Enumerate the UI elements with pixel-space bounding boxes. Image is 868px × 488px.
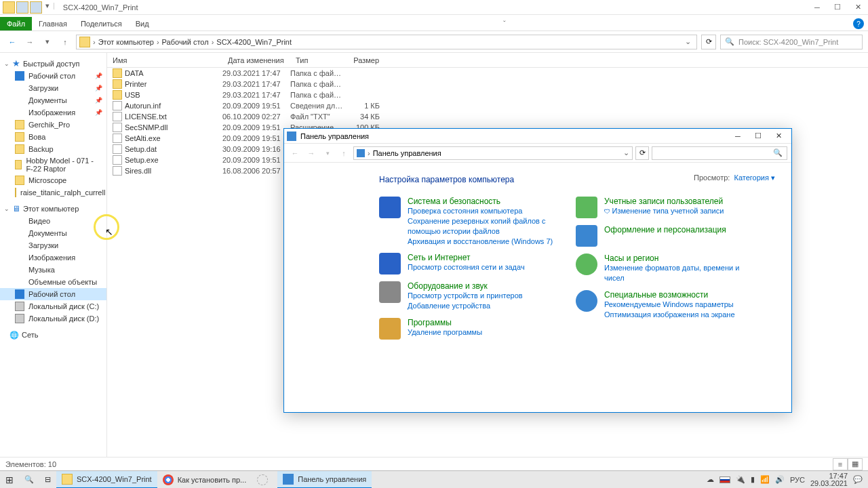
- cp-close-button[interactable]: ✕: [768, 129, 789, 144]
- col-date[interactable]: Дата изменения: [222, 56, 290, 64]
- forward-button[interactable]: →: [23, 35, 37, 49]
- quick-access-header[interactable]: ⌄★ Быстрый доступ: [0, 57, 106, 70]
- cp-address-bar[interactable]: › Панель управления ⌄: [353, 146, 633, 160]
- cp-category-title[interactable]: Часы и регион: [604, 253, 752, 263]
- help-icon[interactable]: ?: [853, 18, 864, 29]
- nav-item[interactable]: Документы: [0, 227, 106, 239]
- cp-search-input[interactable]: 🔍: [652, 146, 787, 160]
- ribbon-tab-view[interactable]: Вид: [129, 17, 156, 30]
- cp-minimize-button[interactable]: ─: [728, 129, 748, 144]
- refresh-button[interactable]: ⟳: [701, 35, 716, 49]
- nav-item[interactable]: Локальный диск (D:): [0, 312, 106, 325]
- cp-up-button[interactable]: ↑: [337, 146, 351, 160]
- tray-battery-icon[interactable]: ▮: [751, 475, 755, 484]
- network-header[interactable]: 🌐 Сеть: [0, 329, 106, 341]
- up-button[interactable]: ↑: [58, 35, 72, 49]
- breadcrumb[interactable]: Этот компьютер: [98, 38, 162, 46]
- cp-category-title[interactable]: Система и безопасность: [408, 197, 555, 206]
- ribbon-tab-home[interactable]: Главная: [32, 17, 74, 30]
- cp-crumb[interactable]: Панель управления: [373, 149, 441, 157]
- ribbon-expand-icon[interactable]: ˇ: [499, 17, 510, 30]
- cp-forward-button[interactable]: →: [304, 146, 318, 160]
- nav-item[interactable]: Рабочий стол: [0, 288, 106, 300]
- tray-usb-icon[interactable]: 🔌: [736, 475, 745, 484]
- nav-item[interactable]: Изображения: [0, 251, 106, 264]
- cp-link[interactable]: Просмотр устройств и принтеров: [408, 291, 523, 301]
- cp-category-title[interactable]: Оформление и персонализация: [604, 225, 726, 235]
- qat-icon[interactable]: [16, 1, 28, 14]
- taskbar-clock[interactable]: 17:4729.03.2021: [810, 472, 848, 487]
- nav-item[interactable]: Backup: [0, 143, 106, 155]
- address-dropdown-icon[interactable]: ⌄: [682, 37, 694, 46]
- nav-item[interactable]: Загрузки📌: [0, 82, 106, 94]
- nav-item[interactable]: Документы📌: [0, 94, 106, 106]
- nav-item[interactable]: Gerchik_Pro: [0, 119, 106, 131]
- tray-network-icon[interactable]: 📶: [760, 475, 770, 484]
- taskbar-item[interactable]: Панель управления: [277, 471, 372, 489]
- tray-language[interactable]: РУС: [790, 476, 805, 484]
- taskbar-item[interactable]: SCX-4200_Win7_Print: [56, 471, 157, 489]
- cp-history-button[interactable]: ▾: [321, 146, 334, 160]
- col-name[interactable]: Имя: [107, 56, 222, 64]
- close-button[interactable]: ✕: [848, 0, 868, 15]
- cp-view-dropdown[interactable]: Категория ▾: [734, 174, 776, 182]
- cp-link[interactable]: Рекомендуемые Windows параметры: [604, 300, 735, 310]
- tray-flag-icon[interactable]: [719, 476, 730, 483]
- file-row[interactable]: LICENSE.txt 06.10.2009 02:27 Файл "TXT" …: [107, 111, 868, 122]
- back-button[interactable]: ←: [5, 35, 19, 49]
- task-view-button[interactable]: ⊟: [39, 471, 56, 489]
- breadcrumb[interactable]: Рабочий стол: [162, 38, 217, 46]
- view-icons-button[interactable]: ▦: [848, 458, 863, 470]
- file-row[interactable]: Printer 29.03.2021 17:47 Папка с файлами: [107, 79, 868, 89]
- nav-item[interactable]: Вова: [0, 131, 106, 143]
- tray-onedrive-icon[interactable]: ☁: [707, 475, 714, 484]
- cp-link[interactable]: Архивация и восстановление (Windows 7): [408, 237, 555, 247]
- nav-item[interactable]: raise_titanic_ralph_currell: [0, 186, 106, 199]
- cp-link[interactable]: Просмотр состояния сети и задач: [408, 262, 525, 272]
- cp-link[interactable]: Сохранение резервных копий файлов с помо…: [408, 216, 555, 237]
- cp-maximize-button[interactable]: ☐: [748, 129, 768, 144]
- qat-dropdown-icon[interactable]: ▾: [43, 1, 52, 14]
- file-row[interactable]: Autorun.inf 20.09.2009 19:51 Сведения дл…: [107, 100, 868, 111]
- history-dropdown[interactable]: ▾: [41, 35, 54, 49]
- qat-icon[interactable]: [30, 1, 42, 14]
- view-details-button[interactable]: ≡: [833, 458, 848, 470]
- cp-category-title[interactable]: Учетные записи пользователей: [604, 197, 724, 206]
- nav-item[interactable]: Рабочий стол📌: [0, 70, 106, 82]
- breadcrumb[interactable]: SCX-4200_Win7_Print: [216, 38, 297, 46]
- search-taskbar-button[interactable]: 🔍: [19, 471, 39, 489]
- minimize-button[interactable]: ─: [807, 0, 827, 15]
- cp-back-button[interactable]: ←: [288, 146, 302, 160]
- col-size[interactable]: Размер: [344, 56, 385, 64]
- taskbar-item[interactable]: Как установить пр...: [157, 471, 252, 489]
- ribbon-tab-file[interactable]: Файл: [0, 17, 32, 30]
- cp-link[interactable]: Удаление программы: [408, 327, 482, 338]
- address-bar[interactable]: › Этот компьютерРабочий столSCX-4200_Win…: [76, 35, 697, 49]
- cp-link[interactable]: Изменение форматов даты, времени и чисел: [604, 263, 752, 283]
- nav-item[interactable]: Видео: [0, 215, 106, 227]
- nav-item[interactable]: Локальный диск (C:): [0, 300, 106, 312]
- cp-refresh-button[interactable]: ⟳: [635, 146, 649, 160]
- cp-link[interactable]: Оптимизация изображения на экране: [604, 310, 735, 320]
- nav-item[interactable]: Hobby Model - 071 - F-22 Raptor: [0, 155, 106, 174]
- this-pc-header[interactable]: ⌄🖥 Этот компьютер: [0, 203, 106, 215]
- cp-link[interactable]: Проверка состояния компьютера: [408, 206, 555, 216]
- cp-category-title[interactable]: Специальные возможности: [604, 290, 735, 300]
- nav-item[interactable]: Загрузки: [0, 239, 106, 251]
- cp-address-dropdown-icon[interactable]: ⌄: [623, 148, 629, 157]
- nav-item[interactable]: Музыка: [0, 264, 106, 276]
- cp-link[interactable]: Добавление устройства: [408, 301, 523, 311]
- taskbar-item[interactable]: [252, 471, 277, 489]
- cp-category-title[interactable]: Программы: [408, 318, 482, 327]
- col-type[interactable]: Тип: [290, 56, 344, 64]
- nav-item[interactable]: Microscope: [0, 174, 106, 186]
- maximize-button[interactable]: ☐: [827, 0, 848, 15]
- file-row[interactable]: USB 29.03.2021 17:47 Папка с файлами: [107, 89, 868, 100]
- ribbon-tab-share[interactable]: Поделиться: [74, 17, 129, 30]
- tray-notifications-icon[interactable]: 💬: [853, 475, 863, 484]
- cp-category-title[interactable]: Сеть и Интернет: [408, 253, 525, 262]
- file-row[interactable]: DATA 29.03.2021 17:47 Папка с файлами: [107, 68, 868, 79]
- tray-volume-icon[interactable]: 🔊: [775, 475, 785, 484]
- start-button[interactable]: ⊞: [0, 471, 19, 489]
- search-input[interactable]: 🔍 Поиск: SCX-4200_Win7_Print: [720, 35, 863, 49]
